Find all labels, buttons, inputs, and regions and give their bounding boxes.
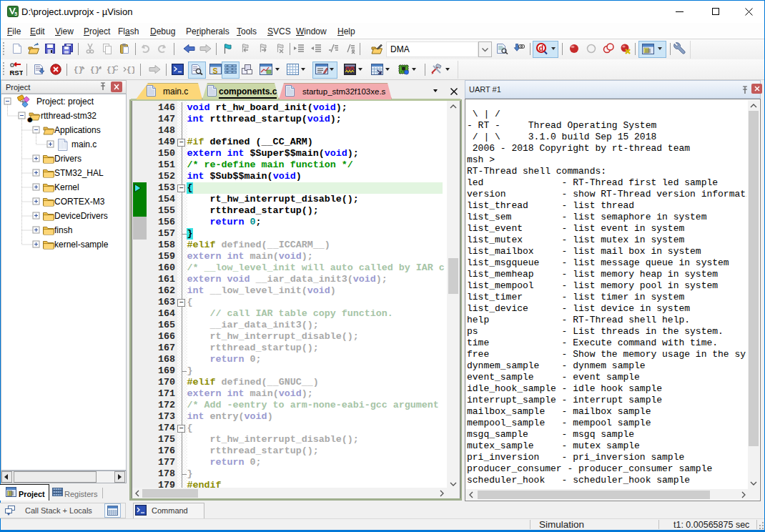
- svg-text:✺: ✺: [27, 117, 33, 124]
- svg-text:S: S: [213, 66, 218, 75]
- svg-text:{}: {}: [127, 66, 134, 74]
- svg-text:RST: RST: [10, 69, 24, 77]
- svg-text:{}: {}: [90, 66, 99, 74]
- svg-text:d: d: [539, 44, 544, 52]
- svg-text:5: 5: [14, 11, 17, 16]
- svg-text:{}: {}: [74, 66, 83, 74]
